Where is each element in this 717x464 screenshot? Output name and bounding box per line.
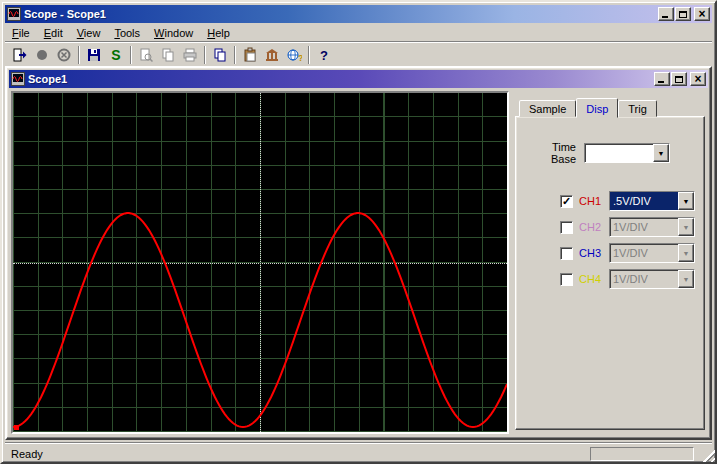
exit-icon[interactable] — [9, 45, 31, 65]
web-help-icon[interactable]: ? — [283, 45, 305, 65]
print-preview-icon[interactable] — [135, 45, 157, 65]
save-icon[interactable] — [83, 45, 105, 65]
toolbar-separator — [234, 46, 236, 64]
ch3-checkbox[interactable] — [560, 247, 573, 260]
close-icon: × — [694, 74, 701, 84]
ch1-volts-combo[interactable]: .5V/DIV ▼ — [609, 191, 695, 211]
time-base-label: Time Base — [540, 141, 576, 165]
chevron-down-icon: ▼ — [678, 244, 694, 262]
copy-icon[interactable] — [157, 45, 179, 65]
tab-trig[interactable]: Trig — [618, 100, 657, 117]
toolbar: S ? ? — [5, 41, 712, 66]
tab-strip: Sample Disp Trig — [515, 97, 705, 117]
child-minimize-button[interactable] — [654, 72, 670, 86]
chevron-down-icon: ▼ — [678, 218, 694, 236]
ch4-volts-combo: 1V/DIV ▼ — [609, 269, 695, 289]
toolbar-separator — [308, 46, 310, 64]
maximize-button[interactable] — [675, 7, 691, 21]
minimize-button[interactable] — [658, 7, 674, 21]
menu-help[interactable]: Help — [200, 25, 237, 41]
scope-display — [11, 91, 509, 434]
ch2-volts-combo: 1V/DIV ▼ — [609, 217, 695, 237]
channel-row-ch4: CH4 1V/DIV ▼ — [560, 269, 704, 289]
channel-row-ch3: CH3 1V/DIV ▼ — [560, 243, 704, 263]
time-base-value — [585, 144, 653, 162]
stop-icon[interactable] — [31, 45, 53, 65]
abort-icon[interactable] — [53, 45, 75, 65]
ch1-label: CH1 — [579, 195, 607, 207]
toolbar-separator — [78, 46, 80, 64]
svg-text:?: ? — [320, 48, 328, 63]
menu-window[interactable]: Window — [147, 25, 200, 41]
trace-start-marker — [14, 425, 19, 430]
main-window: Scope - Scope1 × File Edit View Tools Wi… — [0, 0, 717, 464]
window-title: Scope - Scope1 — [24, 8, 655, 20]
ch3-volts-combo: 1V/DIV ▼ — [609, 243, 695, 263]
menu-bar: File Edit View Tools Window Help — [5, 24, 712, 41]
status-text: Ready — [11, 448, 43, 460]
child-close-button[interactable]: × — [690, 72, 706, 86]
ch4-volts-value: 1V/DIV — [610, 270, 678, 288]
menu-view[interactable]: View — [70, 25, 108, 41]
ch1-volts-value: .5V/DIV — [610, 192, 678, 210]
scope1-icon[interactable] — [11, 72, 25, 86]
minimize-icon — [662, 16, 668, 18]
status-bar: Ready — [5, 442, 712, 462]
mdi-area: Scope1 × — [5, 66, 712, 440]
scope-grid — [13, 93, 507, 432]
check-icon: ✓ — [562, 196, 571, 206]
ch3-label: CH3 — [579, 247, 607, 259]
ch2-label: CH2 — [579, 221, 607, 233]
ch4-checkbox[interactable] — [560, 273, 573, 286]
ch3-volts-value: 1V/DIV — [610, 244, 678, 262]
paste-icon[interactable] — [239, 45, 261, 65]
disp-tab-panel: Time Base ▼ ✓ CH1 .5V/DIV — [515, 116, 705, 430]
print-icon[interactable] — [179, 45, 201, 65]
minimize-icon — [658, 81, 664, 83]
control-panel: Sample Disp Trig Time Base ▼ — [515, 97, 705, 434]
maximize-icon — [675, 76, 683, 83]
tab-sample[interactable]: Sample — [519, 100, 576, 117]
ch2-checkbox[interactable] — [560, 221, 573, 234]
chevron-down-icon[interactable]: ▼ — [653, 144, 669, 162]
settings-icon[interactable]: S — [105, 45, 127, 65]
menu-edit[interactable]: Edit — [37, 25, 70, 41]
waveform-trace — [13, 213, 507, 427]
maximize-icon — [679, 11, 687, 18]
main-titlebar[interactable]: Scope - Scope1 × — [5, 5, 712, 23]
menu-file[interactable]: File — [5, 25, 37, 41]
chevron-down-icon: ▼ — [678, 270, 694, 288]
scope1-window: Scope1 × — [5, 66, 712, 440]
scope1-titlebar[interactable]: Scope1 × — [9, 70, 708, 88]
scope1-title: Scope1 — [28, 73, 651, 85]
toolbar-separator — [204, 46, 206, 64]
channel-row-ch2: CH2 1V/DIV ▼ — [560, 217, 704, 237]
child-maximize-button[interactable] — [671, 72, 687, 86]
close-button[interactable]: × — [694, 7, 710, 21]
copy-pages-icon[interactable] — [209, 45, 231, 65]
status-pane — [590, 447, 694, 461]
svg-text:?: ? — [298, 53, 302, 63]
scope1-content: Sample Disp Trig Time Base ▼ — [9, 89, 708, 436]
ch2-volts-value: 1V/DIV — [610, 218, 678, 236]
toolbar-separator — [130, 46, 132, 64]
ch4-label: CH4 — [579, 273, 607, 285]
svg-text:S: S — [111, 47, 120, 63]
ch1-checkbox[interactable]: ✓ — [560, 195, 573, 208]
close-icon: × — [698, 9, 705, 19]
bank-icon[interactable] — [261, 45, 283, 65]
chevron-down-icon[interactable]: ▼ — [678, 192, 694, 210]
channel-list: ✓ CH1 .5V/DIV ▼ CH2 — [516, 191, 704, 295]
time-base-combo[interactable]: ▼ — [584, 143, 670, 163]
tab-disp[interactable]: Disp — [576, 98, 618, 118]
app-icon[interactable] — [7, 7, 21, 21]
help-icon[interactable]: ? — [313, 45, 335, 65]
channel-row-ch1: ✓ CH1 .5V/DIV ▼ — [560, 191, 704, 211]
menu-tools[interactable]: Tools — [107, 25, 147, 41]
